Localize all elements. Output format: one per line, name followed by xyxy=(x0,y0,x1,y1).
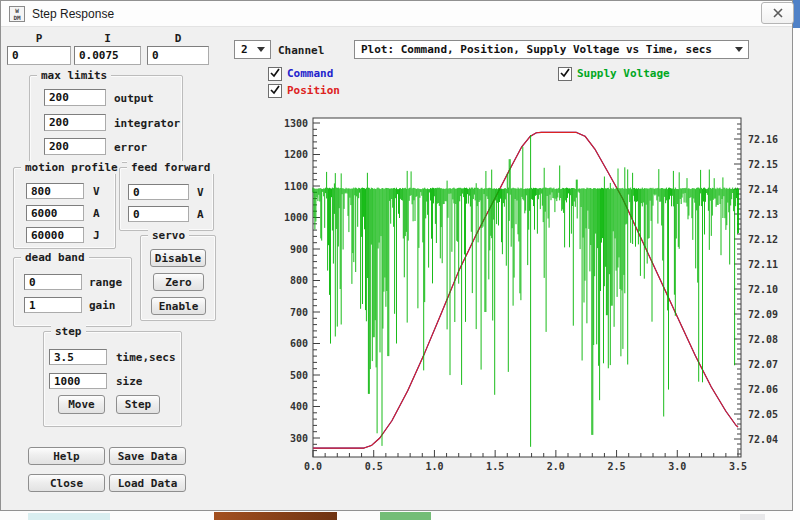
jerk-field[interactable] xyxy=(26,227,84,243)
chevron-down-icon xyxy=(735,47,743,52)
step-size-label: size xyxy=(116,375,143,388)
error-limit-field[interactable] xyxy=(44,138,106,155)
svg-text:1200: 1200 xyxy=(284,149,308,160)
output-limit-label: output xyxy=(114,92,154,105)
range-field[interactable] xyxy=(24,274,82,290)
close-icon xyxy=(773,8,783,18)
svg-text:72.13: 72.13 xyxy=(748,209,778,220)
plot-select[interactable]: Plot: Command, Position, Supply Voltage … xyxy=(354,40,749,59)
desktop-right-blue xyxy=(793,0,800,28)
svg-text:72.10: 72.10 xyxy=(748,284,778,295)
acceleration-field[interactable] xyxy=(26,205,84,221)
titlebar[interactable]: W DM Step Response xyxy=(1,1,792,27)
p-label: P xyxy=(7,32,71,45)
desktop-blob-gray xyxy=(740,514,765,520)
svg-text:1300: 1300 xyxy=(284,118,308,129)
command-checkbox[interactable] xyxy=(268,67,282,81)
acceleration-label: A xyxy=(93,207,100,220)
channel-value: 2 xyxy=(235,43,257,56)
save-data-button[interactable]: Save Data xyxy=(109,447,186,465)
svg-text:72.14: 72.14 xyxy=(748,184,778,195)
desktop-blob-cyan xyxy=(28,513,110,520)
svg-text:300: 300 xyxy=(290,433,308,444)
i-label: I xyxy=(74,32,141,45)
svg-text:72.11: 72.11 xyxy=(748,259,778,270)
p-field[interactable] xyxy=(7,46,71,65)
ff-velocity-field[interactable] xyxy=(128,184,189,200)
step-button[interactable]: Step xyxy=(116,395,160,414)
svg-text:600: 600 xyxy=(290,338,308,349)
gain-field[interactable] xyxy=(24,297,82,313)
chevron-down-icon xyxy=(257,47,265,52)
channel-label: Channel xyxy=(278,44,324,57)
step-response-chart: 30040050060070080090010001100120013000.0… xyxy=(246,101,796,493)
zero-button[interactable]: Zero xyxy=(153,273,204,291)
svg-text:3.0: 3.0 xyxy=(668,461,686,472)
svg-text:72.16: 72.16 xyxy=(748,134,778,145)
svg-text:800: 800 xyxy=(290,275,308,286)
svg-text:72.04: 72.04 xyxy=(748,434,778,445)
svg-text:900: 900 xyxy=(290,244,308,255)
error-limit-label: error xyxy=(114,141,147,154)
desktop-blob-green xyxy=(380,512,431,520)
feed-forward-group: feed forward V A xyxy=(119,167,214,231)
max-limits-group: max limits output integrator error xyxy=(29,75,183,163)
svg-text:0.5: 0.5 xyxy=(365,461,383,472)
plot-select-value: Plot: Command, Position, Supply Voltage … xyxy=(355,43,735,56)
d-field[interactable] xyxy=(147,46,209,65)
supply-voltage-checkbox-label: Supply Voltage xyxy=(577,67,670,80)
d-label: D xyxy=(147,32,209,45)
svg-text:72.12: 72.12 xyxy=(748,234,778,245)
gain-label: gain xyxy=(89,299,116,312)
svg-text:1.5: 1.5 xyxy=(486,461,504,472)
step-size-field[interactable] xyxy=(49,373,107,389)
range-label: range xyxy=(89,276,122,289)
i-field[interactable] xyxy=(74,46,141,65)
svg-text:2.5: 2.5 xyxy=(608,461,626,472)
disable-button[interactable]: Disable xyxy=(150,249,206,267)
velocity-field[interactable] xyxy=(26,183,84,199)
motion-profile-title: motion profile xyxy=(21,161,122,174)
jerk-label: J xyxy=(93,229,100,242)
close-button[interactable]: Close xyxy=(28,474,105,492)
svg-text:72.08: 72.08 xyxy=(748,334,778,345)
supply-voltage-checkbox[interactable] xyxy=(558,67,572,81)
svg-text:2.0: 2.0 xyxy=(547,461,565,472)
max-limits-title: max limits xyxy=(37,69,111,82)
svg-text:1100: 1100 xyxy=(284,181,308,192)
channel-select[interactable]: 2 xyxy=(234,40,271,59)
desktop-blob-brown xyxy=(214,512,337,520)
step-time-label: time,secs xyxy=(116,351,176,364)
command-checkbox-label: Command xyxy=(287,67,333,80)
step-time-field[interactable] xyxy=(49,349,107,365)
svg-text:72.06: 72.06 xyxy=(748,384,778,395)
svg-text:72.15: 72.15 xyxy=(748,159,778,170)
load-data-button[interactable]: Load Data xyxy=(109,474,186,492)
checkmark-icon xyxy=(268,66,282,80)
svg-text:72.07: 72.07 xyxy=(748,359,778,370)
ff-velocity-label: V xyxy=(197,186,204,199)
ff-acceleration-label: A xyxy=(197,208,204,221)
svg-text:3.5: 3.5 xyxy=(729,461,747,472)
svg-text:DM: DM xyxy=(13,14,21,21)
move-button[interactable]: Move xyxy=(58,395,105,414)
ff-acceleration-field[interactable] xyxy=(128,206,189,222)
window-title: Step Response xyxy=(32,7,114,21)
integrator-limit-field[interactable] xyxy=(44,114,106,131)
help-button[interactable]: Help xyxy=(28,447,105,465)
checkmark-icon xyxy=(268,83,282,97)
dead-band-group: dead band range gain xyxy=(13,257,132,327)
enable-button[interactable]: Enable xyxy=(151,297,206,315)
servo-group: servo Disable Zero Enable xyxy=(140,235,216,321)
svg-text:400: 400 xyxy=(290,401,308,412)
motion-profile-group: motion profile V A J xyxy=(13,167,116,249)
svg-text:1.0: 1.0 xyxy=(425,461,443,472)
output-limit-field[interactable] xyxy=(44,89,106,106)
position-checkbox[interactable] xyxy=(268,84,282,98)
step-title: step xyxy=(51,325,86,338)
svg-text:1000: 1000 xyxy=(284,212,308,223)
dead-band-title: dead band xyxy=(21,251,89,264)
svg-text:500: 500 xyxy=(290,370,308,381)
svg-text:72.05: 72.05 xyxy=(748,409,778,420)
close-window-button[interactable] xyxy=(761,2,794,24)
